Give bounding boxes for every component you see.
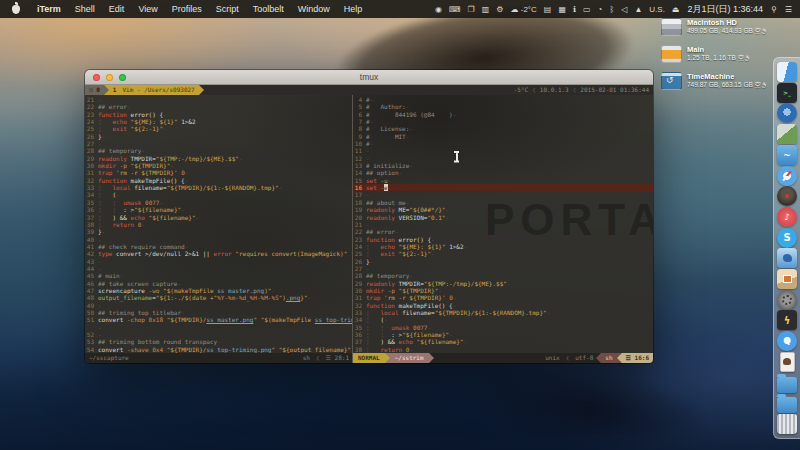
- desktop-drive-timemachine[interactable]: TimeMachine749.87 GB, 663.15 GB 空き: [661, 72, 776, 90]
- code-line[interactable]: 37¦ ) && echo "${filename}": [85, 214, 352, 221]
- code-line[interactable]: 48output_filename="${1:-./$(date +"%Y-%m…: [85, 294, 352, 301]
- dock-itunes-icon[interactable]: [777, 207, 797, 227]
- time-machine-menu-icon[interactable]: ◔: [598, 5, 603, 14]
- code-line[interactable]: 27: [85, 140, 352, 147]
- code-line[interactable]: 19readonly ME="${0##*/}": [353, 206, 653, 213]
- code-line[interactable]: 39}: [85, 228, 352, 235]
- dock-quicktime-icon[interactable]: [777, 331, 797, 351]
- code-line[interactable]: 25¦ exit "${2:-1}": [85, 125, 352, 132]
- menu-script[interactable]: Script: [209, 4, 246, 14]
- code-line[interactable]: 45# main: [85, 272, 352, 279]
- code-buffer-left[interactable]: 2122## error23function error() {24¦ echo…: [85, 95, 352, 353]
- gear-icon[interactable]: ⚙: [496, 5, 503, 14]
- dock-document-icon[interactable]: [780, 352, 795, 372]
- code-line[interactable]: 12: [353, 155, 653, 162]
- menu-toolbelt[interactable]: Toolbelt: [246, 4, 291, 14]
- input-source-flag[interactable]: U.S.: [649, 5, 665, 14]
- keyboard-icon[interactable]: ⌨: [449, 5, 461, 14]
- code-line[interactable]: 20readonly VERSION="0.1": [353, 214, 653, 221]
- menu-iterm[interactable]: iTerm: [30, 4, 68, 14]
- code-line[interactable]: 35¦ ¦ umask 0077: [353, 324, 653, 331]
- code-line[interactable]: 26}: [85, 133, 352, 140]
- eject-icon[interactable]: ⏏: [672, 5, 680, 14]
- dock-mail-icon[interactable]: [777, 145, 797, 165]
- bluetooth-icon[interactable]: ᛒ: [609, 5, 614, 14]
- desktop-drive-main[interactable]: Main1.25 TB, 1.16 TB 空き: [661, 45, 776, 63]
- info-icon[interactable]: ℹ: [573, 5, 576, 14]
- code-line[interactable]: 43: [85, 258, 352, 265]
- menu-view[interactable]: View: [131, 4, 164, 14]
- screen-recording-icon[interactable]: ◉: [435, 5, 442, 14]
- code-line[interactable]: 30mkdir -p "${TMPDIR}": [353, 287, 653, 294]
- dock-skype-icon[interactable]: [777, 228, 797, 248]
- tmux-window-index[interactable]: 1: [109, 85, 119, 95]
- code-line[interactable]: 34¦ (: [353, 316, 653, 323]
- code-line[interactable]: 31trap 'rm -r ${TMPDIR}' 0: [353, 294, 653, 301]
- printer-icon[interactable]: ▦: [558, 5, 566, 14]
- code-line[interactable]: 46## take screen capture: [85, 280, 352, 287]
- dock-folder-downloads-icon[interactable]: [777, 377, 797, 393]
- dock-system-utility-icon[interactable]: [777, 290, 797, 310]
- code-line[interactable]: 22## error: [353, 228, 653, 235]
- code-line[interactable]: 21: [353, 221, 653, 228]
- code-line[interactable]: 36¦ ¦ : >"${filename}": [353, 331, 653, 338]
- code-line[interactable]: 36¦ ¦ : >"${filename}": [85, 206, 352, 213]
- desktop-drive-macintosh-hd[interactable]: Macintosh HD499.05 GB, 414.93 GB 空き: [661, 18, 776, 36]
- display-icon[interactable]: ▭: [583, 5, 591, 14]
- code-line[interactable]: 53## triming bottom round transpacy: [85, 338, 352, 345]
- dock-folder-documents-icon[interactable]: [777, 397, 797, 413]
- code-line[interactable]: 32function makeTmpFile() {: [353, 302, 653, 309]
- code-line[interactable]: 14## option: [353, 169, 653, 176]
- tmux-window-title[interactable]: Vim - /Users/s093027: [118, 85, 198, 95]
- code-line[interactable]: 6# 844196 (@84____): [353, 111, 653, 118]
- code-line[interactable]: 41## check require command: [85, 243, 352, 250]
- menu-window[interactable]: Window: [291, 4, 337, 14]
- code-line[interactable]: 24¦ echo "${ME}: ${1}" 1>&2: [85, 118, 352, 125]
- grid-icon[interactable]: ▥: [482, 5, 490, 14]
- menu-shell[interactable]: Shell: [68, 4, 102, 14]
- window-titlebar[interactable]: tmux: [85, 70, 653, 85]
- dock-twitter-icon[interactable]: [777, 248, 797, 268]
- dock-photo-editor-icon[interactable]: [777, 269, 797, 289]
- code-line[interactable]: 33¦ local filename="${TMPDIR}/${1:-${RAN…: [353, 309, 653, 316]
- menubar-clock[interactable]: 2月1日(日) 1:36:44: [687, 3, 763, 16]
- weather-temp[interactable]: ☁ -2°C: [511, 5, 537, 14]
- menu-help[interactable]: Help: [337, 4, 370, 14]
- menu-edit[interactable]: Edit: [102, 4, 132, 14]
- notification-center-icon[interactable]: ☰: [785, 5, 792, 14]
- code-line[interactable]: 30mkdir -p "${TMPDIR}": [85, 162, 352, 169]
- code-line[interactable]: 8# License:: [353, 125, 653, 132]
- code-line[interactable]: 28## temporary: [353, 272, 653, 279]
- code-line[interactable]: 25¦ exit "${2:-1}": [353, 250, 653, 257]
- code-line[interactable]: 26}: [353, 258, 653, 265]
- code-line[interactable]: 34¦ (: [85, 191, 352, 198]
- volume-icon[interactable]: ◁: [621, 5, 627, 14]
- code-line[interactable]: 29readonly TMPDIR="${TMP:-/tmp}/${ME}.$$…: [85, 155, 352, 162]
- windows-icon[interactable]: ❐: [468, 5, 475, 14]
- code-line[interactable]: 4#: [353, 96, 653, 103]
- menu-profiles[interactable]: Profiles: [165, 4, 209, 14]
- code-line[interactable]: 28## temporary: [85, 147, 352, 154]
- code-line[interactable]: 35¦ ¦ umask 0077: [85, 199, 352, 206]
- code-line[interactable]: 21: [85, 96, 352, 103]
- code-line[interactable]: 23function error() {: [353, 236, 653, 243]
- code-line[interactable]: 49: [85, 302, 352, 309]
- code-line[interactable]: 10#: [353, 140, 653, 147]
- dock-macvim-icon[interactable]: [777, 124, 797, 144]
- code-line[interactable]: 23function error() {: [85, 111, 352, 118]
- code-line[interactable]: 27: [353, 265, 653, 272]
- code-line[interactable]: 7#: [353, 118, 653, 125]
- code-line[interactable]: 15set -u: [353, 177, 653, 184]
- code-line[interactable]: 32function makeTmpFile() {: [85, 177, 352, 184]
- code-line[interactable]: 50## triming top titlebar: [85, 309, 352, 316]
- dock-trash-icon[interactable]: [777, 414, 797, 434]
- code-line[interactable]: 5# Author:: [353, 103, 653, 110]
- code-buffer-right[interactable]: 4#5# Author:6# 844196 (@84____)7#8# Lice…: [353, 95, 653, 353]
- code-line[interactable]: 31trap 'rm -r ${TMPDIR}' 0: [85, 169, 352, 176]
- dock-iterm-icon[interactable]: [777, 83, 797, 103]
- code-line[interactable]: 47screencapture -wo "$(makeTmpFile ss_ma…: [85, 287, 352, 294]
- code-line[interactable]: 29readonly TMPDIR="${TMP:-/tmp}/${ME}.$$…: [353, 280, 653, 287]
- code-line[interactable]: 18## about me: [353, 199, 653, 206]
- code-line[interactable]: 16set -e: [353, 184, 653, 191]
- dock-safari-icon[interactable]: [777, 166, 797, 186]
